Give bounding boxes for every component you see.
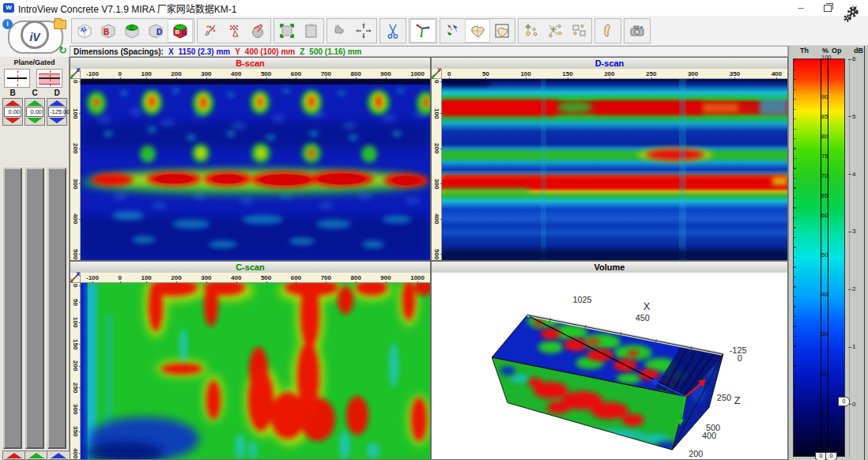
spin-up-button[interactable] — [49, 100, 65, 106]
axis-tick-label: 100 — [72, 317, 79, 327]
axes-3d-icon[interactable] — [410, 19, 436, 43]
axis-tick-label: 50 — [482, 70, 489, 77]
fit-region-icon[interactable] — [275, 20, 299, 42]
colorbar-pct-label: 70 — [821, 172, 834, 179]
sphere-probe-icon[interactable] — [246, 20, 270, 42]
slice-value-field[interactable]: 0.00 — [26, 107, 43, 117]
slice-column-c: C 0.00 500.00 — [25, 89, 45, 126]
dimension-x-value: 1150 (2.3) mm — [179, 47, 231, 56]
region-crop-icon[interactable] — [490, 20, 514, 42]
dscan-image[interactable] — [442, 79, 787, 260]
volume-label-200: 200 — [689, 449, 703, 458]
volume-panel: Volume — [431, 261, 788, 460]
volume-3d-view[interactable]: 1025 X 450 -125 0 250 Z 500 400 200 — [432, 273, 787, 459]
spin-down-button[interactable] — [49, 118, 65, 123]
point-grid-icon[interactable] — [222, 20, 246, 42]
blob-align-icon[interactable] — [519, 20, 543, 42]
slice-slider-track[interactable] — [3, 168, 22, 449]
move-arrows-icon[interactable] — [352, 20, 376, 42]
dimensions-bar: Dimensions (Spacings): X 1150 (2.3) mm Y… — [70, 46, 788, 57]
b-view-cube-icon[interactable]: B — [96, 20, 120, 42]
spin-up-button[interactable] — [28, 453, 44, 458]
maximize-button[interactable] — [814, 0, 841, 16]
detect-object-icon[interactable] — [328, 20, 352, 42]
axis-tick-label: 0 — [447, 70, 451, 77]
spin-up-button[interactable] — [5, 100, 21, 106]
axis-tick-label: 300 — [433, 179, 440, 189]
select-cursors-icon[interactable] — [441, 20, 465, 42]
app-icon: W — [3, 3, 14, 13]
bscan-z-axis: 0100200300400500 — [70, 79, 81, 260]
brand-logo[interactable]: iV — [21, 21, 49, 49]
axis-tick-label: 150 — [72, 339, 79, 349]
axis-tick-label: 700 — [321, 70, 331, 77]
volume-axis-x-label: X — [643, 300, 651, 312]
dimension-z-value: 500 (1.16) mm — [309, 47, 361, 56]
blob-arrange-icon[interactable] — [567, 20, 591, 42]
bscan-axis-corner: X Z — [70, 69, 81, 79]
volume-label-1025: 1025 — [572, 295, 591, 304]
volume-label-250: 250 — [717, 393, 731, 402]
colorbar-gain-marker[interactable]: 0 — [838, 397, 850, 406]
colorbar-panel: Th % Op dB 100908580757065605040302010 6… — [788, 46, 868, 460]
svg-text:D: D — [182, 29, 187, 36]
app-window: W IntroView Concrete V7.1.9 MIRA 厂家网站数据K… — [0, 0, 868, 460]
spin-down-button[interactable] — [27, 118, 43, 123]
slice-value-field[interactable]: 0.00 — [4, 107, 21, 117]
axis-tick-label: -100 — [86, 70, 99, 77]
camera-icon[interactable] — [625, 20, 649, 42]
plane-mode-button[interactable] — [4, 69, 30, 88]
slice-slider-track[interactable] — [25, 168, 44, 449]
c-view-cube-icon[interactable]: C — [120, 20, 144, 42]
axis-tick-label: 0 — [72, 284, 79, 287]
colorbar-bottom-marker-right[interactable]: 0 — [825, 452, 837, 460]
axis-tick-label: 700 — [321, 274, 331, 281]
colorbar-header-th: Th — [800, 47, 809, 55]
colorbar-pct-label: 80 — [821, 133, 834, 140]
db-tick-label: 4 — [852, 171, 865, 178]
db-tick-label: 1 — [852, 343, 865, 350]
cscan-image[interactable] — [81, 283, 430, 459]
blob-scale-icon[interactable] — [543, 20, 567, 42]
info-button[interactable]: i — [2, 19, 13, 29]
minimize-button[interactable]: ─ — [787, 0, 814, 16]
axis-tick-label: 400 — [433, 213, 440, 224]
range-spinner: 400.00 — [2, 451, 26, 460]
spin-up-button[interactable] — [27, 100, 43, 106]
slice-column-d: D -125.00 1025.0 — [47, 89, 67, 126]
d-view-cube-icon[interactable]: D — [144, 20, 168, 42]
refresh-button[interactable]: ↻ — [58, 45, 67, 55]
restore-icon — [824, 5, 832, 12]
ray-scatter-icon[interactable] — [198, 20, 222, 42]
all-views-cube-icon[interactable]: BD — [168, 19, 193, 43]
db-tick-label: 3 — [852, 228, 865, 235]
db-rail — [849, 58, 850, 457]
footprint-icon[interactable] — [596, 20, 620, 42]
svg-text:B: B — [175, 28, 180, 36]
axis-tick-label: 50 — [72, 299, 79, 306]
scissors-icon[interactable] — [381, 20, 405, 42]
slice-column-label: D — [47, 89, 67, 98]
spin-up-button[interactable] — [51, 453, 66, 458]
range-spinner: 500.00 — [25, 451, 48, 460]
axis-tick-label: 250 — [646, 70, 656, 77]
bscan-image[interactable] — [81, 79, 430, 260]
axis-tick-label: 300 — [688, 70, 698, 77]
volume-3d-view-icon[interactable] — [73, 20, 96, 42]
spin-down-button[interactable] — [5, 118, 21, 123]
gated-mode-button[interactable] — [36, 69, 62, 88]
slice-value-field[interactable]: -125.00 — [48, 107, 66, 117]
axis-letter-y: Y — [437, 67, 441, 73]
colorbar-pct-label: 65 — [821, 192, 834, 199]
db-tick-label: 0 — [852, 401, 865, 408]
plane-gated-panel: Plane/Gated B 0.00 400.00 C 0.00 500. — [0, 57, 70, 460]
panel-view-icon[interactable] — [299, 20, 323, 42]
open-file-button[interactable] — [54, 20, 66, 29]
settings-gear-icon[interactable] — [838, 1, 865, 28]
brand-block: iV i ↻ — [0, 16, 70, 57]
colorbar-pct-label: 10 — [821, 409, 834, 417]
spin-up-button[interactable] — [6, 453, 22, 458]
axis-tick-label: 500 — [72, 249, 79, 259]
slice-slider-track[interactable] — [47, 168, 66, 449]
region-blob-icon[interactable] — [465, 19, 490, 43]
